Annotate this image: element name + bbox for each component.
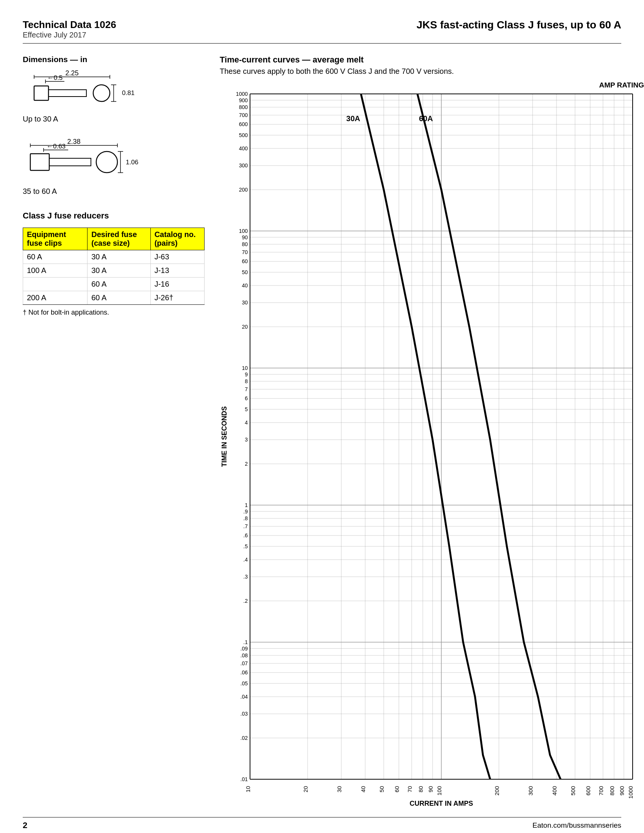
doc-subtitle: Effective July 2017 — [23, 31, 116, 39]
svg-text:7: 7 — [245, 386, 248, 392]
svg-text:100: 100 — [239, 228, 248, 234]
svg-text:2.25: 2.25 — [65, 70, 79, 77]
svg-text:60: 60 — [394, 786, 400, 793]
footer-website: Eaton.com/bussmannseries — [533, 821, 621, 830]
svg-text:100: 100 — [436, 786, 443, 796]
svg-text:700: 700 — [239, 112, 248, 118]
svg-text:800: 800 — [239, 104, 248, 110]
page: Technical Data 1026 Effective July 2017 … — [0, 0, 644, 833]
svg-text:.01: .01 — [241, 776, 248, 782]
page-footer: 2 Eaton.com/bussmannseries — [23, 817, 621, 830]
svg-text:200: 200 — [494, 786, 500, 796]
svg-text:600: 600 — [585, 786, 591, 796]
svg-text:.06: .06 — [241, 669, 248, 675]
svg-text:50: 50 — [378, 786, 385, 793]
svg-text:.8: .8 — [243, 515, 248, 521]
table-cell: 30 A — [87, 264, 150, 278]
svg-text:6: 6 — [245, 395, 248, 401]
table-cell: 100 A — [23, 264, 87, 278]
svg-text:.1: .1 — [243, 639, 248, 645]
table-cell: 30 A — [87, 250, 150, 264]
diagram2-svg: 2.38 ←0.63 1.06 — [23, 138, 159, 184]
svg-text:5: 5 — [245, 406, 248, 412]
svg-text:70: 70 — [242, 249, 248, 255]
svg-text:10: 10 — [245, 786, 251, 793]
chart-title: Time-current curves — average melt — [220, 55, 644, 65]
table-row: 200 A60 AJ-26† — [23, 291, 204, 305]
table-cell: 200 A — [23, 291, 87, 305]
table-cell: 60 A — [87, 291, 150, 305]
svg-rect-7 — [34, 86, 48, 100]
table-cell: J-13 — [150, 264, 204, 278]
chart-wrapper: AMP RATING 10009008007006005004003002001… — [220, 81, 644, 809]
table-cell: J-16 — [150, 278, 204, 291]
table-row: 100 A30 AJ-13 — [23, 264, 204, 278]
svg-text:300: 300 — [239, 162, 248, 169]
svg-text:800: 800 — [609, 786, 615, 796]
svg-text:10: 10 — [242, 365, 248, 371]
table-cell: J-63 — [150, 250, 204, 264]
col-header-clips: Equipment fuse clips — [23, 228, 87, 250]
svg-text:.09: .09 — [241, 646, 248, 651]
svg-text:.3: .3 — [243, 574, 248, 580]
svg-text:70: 70 — [406, 786, 413, 793]
main-content: Dimensions — in 2.25 ←0.5 — [23, 55, 621, 809]
svg-text:40: 40 — [242, 283, 248, 288]
svg-text:CURRENT IN AMPS: CURRENT IN AMPS — [409, 800, 473, 807]
svg-text:80: 80 — [417, 786, 424, 793]
svg-text:700: 700 — [598, 786, 604, 796]
table-header-row: Equipment fuse clips Desired fuse (case … — [23, 228, 204, 250]
table-row: 60 AJ-16 — [23, 278, 204, 291]
svg-text:40: 40 — [360, 786, 366, 793]
chart-subtitle: These curves apply to both the 600 V Cla… — [220, 67, 644, 76]
table-row: 60 A30 AJ-63 — [23, 250, 204, 264]
svg-text:20: 20 — [302, 786, 309, 793]
fuse-reducers-table: Equipment fuse clips Desired fuse (case … — [23, 228, 204, 305]
page-header: Technical Data 1026 Effective July 2017 … — [23, 19, 621, 43]
svg-text:80: 80 — [242, 241, 248, 247]
svg-text:400: 400 — [239, 145, 248, 151]
main-title: JKS fast-acting Class J fuses, up to 60 … — [417, 19, 621, 31]
svg-text:30: 30 — [242, 299, 248, 306]
dimensions-label: Dimensions — in — [23, 55, 204, 64]
diagram1-label: Up to 30 A — [23, 115, 204, 124]
left-panel: Dimensions — in 2.25 ←0.5 — [23, 55, 220, 809]
svg-text:500: 500 — [570, 786, 576, 796]
svg-text:←0.63: ←0.63 — [47, 143, 66, 150]
table-section-title: Class J fuse reducers — [23, 211, 204, 221]
svg-text:4: 4 — [245, 420, 248, 426]
svg-text:1000: 1000 — [236, 91, 248, 97]
right-panel: Time-current curves — average melt These… — [220, 55, 644, 809]
amp-rating-label: AMP RATING — [599, 81, 644, 89]
svg-point-23 — [96, 151, 118, 173]
svg-rect-22 — [49, 158, 91, 166]
table-cell: J-26† — [150, 291, 204, 305]
svg-text:600: 600 — [239, 121, 248, 127]
svg-text:30: 30 — [336, 786, 343, 793]
svg-text:60: 60 — [242, 258, 248, 264]
svg-rect-8 — [48, 90, 86, 96]
svg-rect-21 — [30, 154, 49, 170]
svg-text:0.81: 0.81 — [122, 89, 134, 96]
svg-text:.05: .05 — [241, 680, 248, 687]
table-body: 60 A30 AJ-63100 A30 AJ-1360 AJ-16200 A60… — [23, 250, 204, 305]
svg-text:500: 500 — [239, 132, 248, 138]
svg-text:60A: 60A — [419, 114, 433, 123]
col-header-catalog: Catalog no. (pairs) — [150, 228, 204, 250]
chart-area: 1000900800700600500400300200100908070605… — [220, 90, 644, 809]
table-cell: 60 A — [87, 278, 150, 291]
svg-text:.7: .7 — [243, 523, 248, 529]
svg-text:.04: .04 — [241, 694, 248, 700]
time-current-chart: 1000900800700600500400300200100908070605… — [220, 90, 644, 809]
footnote: † Not for bolt-in applications. — [23, 309, 204, 317]
svg-text:2: 2 — [245, 461, 248, 467]
table-cell — [23, 278, 87, 291]
table-cell: 60 A — [23, 250, 87, 264]
svg-text:.2: .2 — [243, 598, 248, 604]
svg-text:.4: .4 — [243, 556, 248, 563]
svg-text:90: 90 — [242, 234, 248, 240]
svg-text:30A: 30A — [346, 114, 360, 123]
svg-text:1.06: 1.06 — [126, 159, 138, 166]
svg-text:2.38: 2.38 — [67, 138, 80, 145]
svg-text:9: 9 — [245, 371, 248, 378]
